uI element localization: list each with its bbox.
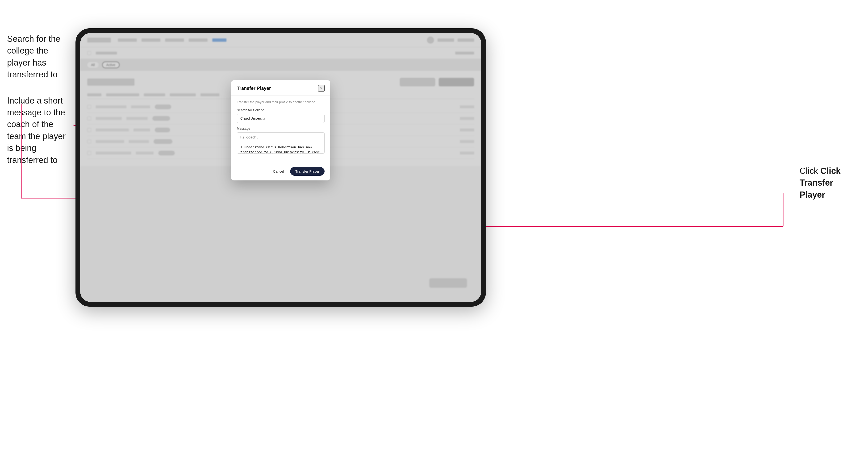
tablet-frame: All Active — [75, 28, 486, 307]
annotation-right: Click Click Transfer Player — [800, 165, 861, 215]
modal-title: Transfer Player — [237, 86, 271, 91]
search-college-input[interactable] — [237, 114, 324, 123]
modal-footer: Cancel Transfer Player — [231, 163, 330, 181]
cancel-button[interactable]: Cancel — [270, 167, 287, 175]
annotation-left: Search for the college the player has tr… — [7, 33, 73, 180]
annotation-text-message: Include a short message to the coach of … — [7, 95, 73, 166]
tablet-screen: All Active — [80, 33, 481, 302]
message-label: Message — [237, 127, 324, 130]
message-textarea[interactable]: Hi Coach, I understand Chris Robertson h… — [237, 132, 324, 154]
modal-subtitle: Transfer the player and their profile to… — [237, 100, 324, 104]
annotation-text-search: Search for the college the player has tr… — [7, 33, 73, 81]
modal-overlay: Transfer Player × Transfer the player an… — [80, 33, 481, 302]
modal-close-button[interactable]: × — [318, 85, 324, 92]
transfer-player-button[interactable]: Transfer Player — [290, 167, 324, 176]
search-college-group: Search for College — [237, 108, 324, 123]
modal-header: Transfer Player × — [231, 80, 330, 96]
annotation-text-click: Click Click Transfer Player — [800, 165, 861, 201]
message-group: Message Hi Coach, I understand Chris Rob… — [237, 127, 324, 154]
modal-body: Transfer the player and their profile to… — [231, 96, 330, 163]
search-college-label: Search for College — [237, 108, 324, 112]
modal-dialog: Transfer Player × Transfer the player an… — [231, 80, 330, 181]
